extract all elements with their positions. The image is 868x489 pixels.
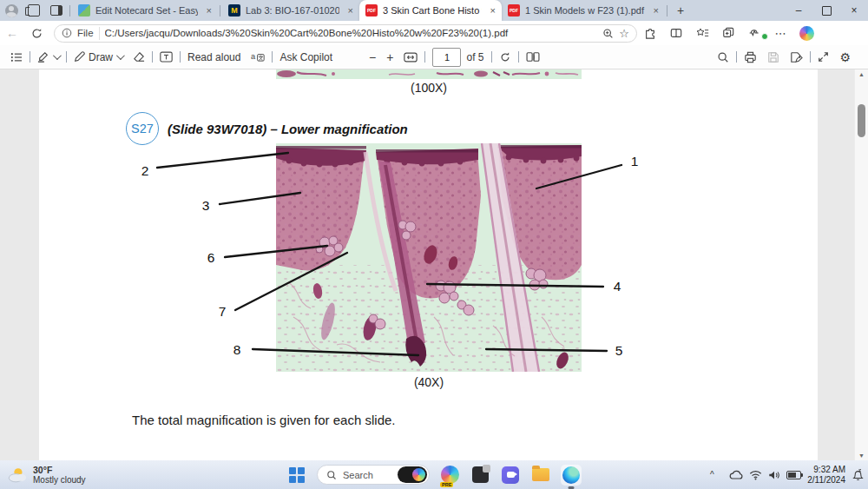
onedrive-cloud-icon[interactable] — [728, 470, 743, 480]
tab-skin-cart-bone-pdf-active[interactable]: PDF 3 Skin Cart Bone Histo w F23 (1). × — [359, 0, 502, 21]
figure-label-6: 6 — [207, 250, 215, 266]
page-view-button[interactable] — [521, 45, 545, 69]
divider — [180, 51, 181, 63]
toc-button[interactable] — [5, 45, 28, 69]
tab-close-icon[interactable]: × — [348, 5, 353, 16]
search-icon — [326, 470, 337, 480]
save-as-button[interactable] — [785, 51, 808, 63]
tray-overflow-button[interactable]: ^ — [701, 465, 722, 486]
print-icon — [744, 51, 757, 63]
erase-button[interactable] — [128, 45, 150, 69]
file-scheme-label: File — [77, 28, 94, 38]
tab-title: Lab 3: BIO-167-010203-Human A — [246, 5, 339, 16]
taskbar-file-explorer[interactable] — [530, 465, 551, 486]
tab-title: 1 Skin Models w F23 (1).pdf — [525, 5, 645, 16]
taskbar-chat-app[interactable] — [500, 465, 521, 486]
tab-close-icon[interactable]: × — [654, 5, 659, 16]
browser-essentials-button[interactable] — [741, 27, 767, 39]
taskbar-dark-app[interactable] — [470, 465, 490, 486]
translate-button[interactable]: a — [246, 45, 270, 69]
extensions-button[interactable] — [637, 27, 663, 39]
address-url-text: C:/Users/jacqu/Downloads/3%20Skin%20Cart… — [105, 28, 598, 38]
search-copilot-pill[interactable] — [398, 466, 427, 483]
weather-widget[interactable]: 30°F Mostly cloudy — [7, 465, 86, 486]
eraser-icon — [133, 51, 145, 63]
refresh-button[interactable] — [24, 28, 49, 39]
divider — [424, 51, 425, 63]
zoom-in-button[interactable]: + — [381, 45, 398, 69]
back-button[interactable]: ← — [0, 26, 24, 40]
address-pill[interactable]: File C:/Users/jacqu/Downloads/3%20Skin%2… — [54, 24, 637, 43]
vertical-scrollbar[interactable]: ▲ ▼ — [854, 69, 868, 460]
expand-icon — [818, 51, 829, 63]
tab-close-icon[interactable]: × — [490, 5, 496, 16]
collections-button[interactable] — [715, 27, 741, 39]
read-aloud-button[interactable]: Read aloud — [182, 45, 246, 69]
tray-clock[interactable]: 9:32 AM 2/11/2024 — [807, 465, 845, 486]
tab-lab3-canvas[interactable]: M Lab 3: BIO-167-010203-Human A × — [222, 0, 359, 21]
divider — [152, 51, 153, 63]
favorite-star-icon[interactable]: ☆ — [619, 27, 629, 40]
find-in-document-button[interactable] — [712, 51, 734, 63]
close-window-button[interactable]: × — [840, 0, 868, 21]
split-screen-button[interactable] — [663, 27, 689, 39]
start-button[interactable] — [286, 465, 307, 486]
favorites-button[interactable] — [689, 27, 715, 39]
read-aloud-label: Read aloud — [187, 51, 240, 63]
zoom-page-icon[interactable] — [602, 28, 614, 39]
micrograph-40x-image — [276, 143, 582, 372]
favorites-icon — [696, 27, 709, 39]
refresh-icon — [31, 28, 43, 39]
save-button-disabled[interactable] — [762, 51, 785, 63]
magnification-note: The total magnification is given for eac… — [132, 413, 396, 427]
volume-icon[interactable] — [768, 470, 780, 480]
table-of-contents-icon — [10, 52, 23, 63]
print-button[interactable] — [739, 51, 762, 63]
scroll-up-arrow[interactable]: ▲ — [855, 71, 868, 77]
notifications-dnd-icon[interactable] — [852, 469, 865, 481]
new-tab-button[interactable]: + — [669, 0, 692, 21]
tab-actions-button[interactable] — [45, 0, 68, 21]
tab-easy-notecards[interactable]: Edit Notecard Set - Easy Notecar × — [72, 0, 218, 21]
windows-taskbar: 30°F Mostly cloudy Search PRE — [0, 460, 868, 489]
add-text-button[interactable] — [155, 45, 178, 69]
minimize-button[interactable]: – — [785, 0, 812, 21]
pdf-content-area: (100X) S27 (Slide 93W7018) – Lower magni… — [0, 69, 868, 460]
workspaces-icon — [28, 4, 40, 17]
chevron-down-icon — [116, 51, 125, 60]
taskbar-center-icons: Search PRE — [286, 460, 582, 489]
ask-copilot-button[interactable]: Ask Copilot — [274, 45, 338, 69]
browser-essentials-icon — [748, 27, 761, 39]
divider — [69, 5, 70, 17]
copilot-button[interactable] — [793, 26, 819, 41]
workspaces-button[interactable] — [23, 0, 45, 21]
weather-temp: 30°F — [33, 465, 86, 475]
highlighter-icon — [37, 51, 49, 63]
highlight-button[interactable] — [32, 45, 64, 69]
taskbar-search-box[interactable]: Search — [317, 465, 430, 485]
settings-more-button[interactable]: ⋯ — [767, 27, 793, 40]
status-dot — [761, 33, 768, 40]
profile-button[interactable] — [0, 0, 23, 21]
page-number-input[interactable] — [432, 48, 461, 67]
chevron-down-icon — [53, 51, 62, 60]
tab-skin-models-pdf[interactable]: PDF 1 Skin Models w F23 (1).pdf × — [502, 0, 665, 21]
scrollbar-thumb[interactable] — [858, 104, 865, 137]
fullscreen-button[interactable] — [812, 51, 834, 63]
wifi-icon[interactable] — [749, 470, 762, 480]
tab-close-icon[interactable]: × — [207, 5, 212, 16]
zoom-out-button[interactable]: − — [364, 45, 381, 69]
rotate-button[interactable] — [494, 45, 516, 69]
svg-text:a: a — [251, 52, 256, 61]
figure-label-1: 1 — [631, 154, 639, 169]
scroll-down-arrow[interactable]: ▼ — [855, 453, 868, 459]
rotate-icon — [499, 51, 511, 63]
taskbar-copilot-app[interactable]: PRE — [439, 465, 460, 486]
pdf-settings-button[interactable]: ⚙ — [834, 50, 856, 64]
draw-button[interactable]: Draw — [69, 45, 128, 69]
battery-icon[interactable] — [786, 471, 801, 479]
fit-to-width-button[interactable] — [398, 45, 423, 69]
restore-button[interactable] — [812, 0, 840, 21]
taskbar-edge-active[interactable] — [561, 465, 582, 486]
slide-heading: (Slide 93W7018) – Lower magnification — [168, 122, 408, 136]
